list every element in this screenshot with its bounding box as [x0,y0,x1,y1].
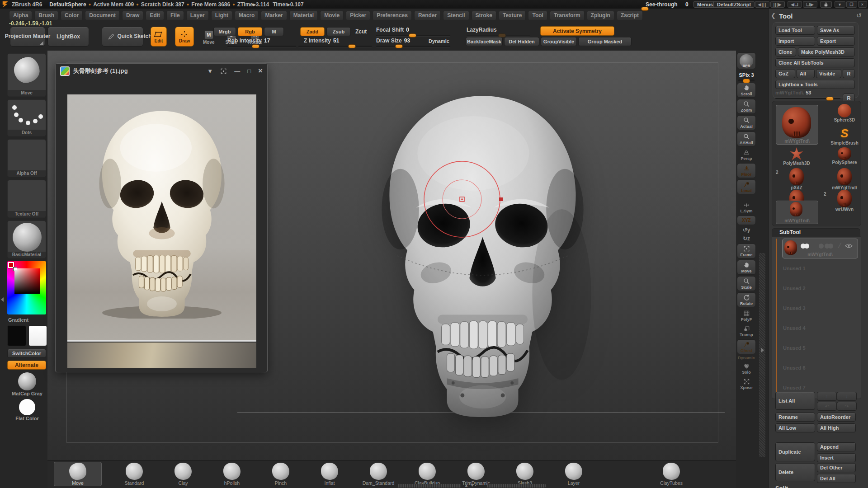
tool-thumb-polymesh3d[interactable]: PolyMesh3D [782,147,811,166]
sculpted-skull-model[interactable] [366,90,599,418]
polypaint-icon[interactable] [801,244,811,249]
z-intensity-handle[interactable] [348,44,356,48]
window-menu-icon[interactable]: ▼ [207,68,213,75]
restore-icon[interactable]: ❐ [846,1,857,8]
group-visible-button[interactable]: GroupVisible [541,37,577,46]
rename-button[interactable]: Rename [775,413,815,422]
draw-size-slider[interactable] [376,46,450,47]
subtool-down-button[interactable]: ↓ [837,392,857,401]
projection-master-button[interactable]: Projection Master [10,27,45,47]
alternate-button[interactable]: Alternate [7,361,46,370]
texture-tile[interactable]: Texture Off [7,180,46,218]
brush-item-standard[interactable]: Standard [111,463,158,486]
goz-visible-button[interactable]: Visible [816,69,841,78]
next-window-icon[interactable]: ❏▶ [803,1,817,8]
autoreorder-button[interactable]: AutoReorder [817,413,856,422]
menu-item[interactable]: Document [85,11,120,20]
close-icon[interactable]: × [858,1,867,8]
alpha-tile[interactable]: Alpha Off [7,139,46,177]
delete-button[interactable]: Delete [775,463,815,481]
subtool-shift-up-button[interactable]: ↶ [817,402,837,411]
del-hidden-button[interactable]: Del Hidden [504,37,539,46]
visibility-eye-icon[interactable] [845,244,853,248]
minimize-icon[interactable]: ▾ [835,1,845,8]
stroke-tile[interactable]: Dots [7,99,46,136]
rgb-intensity-handle[interactable] [252,44,259,48]
clone-all-subtools-button[interactable]: Clone All SubTools [775,58,855,67]
subtool-active-item[interactable]: ⁄ mWYgtTnd\ [782,239,858,258]
scroll-button[interactable]: Scroll [737,83,756,98]
persp-button[interactable]: Persp [737,148,756,162]
spix-track[interactable] [738,80,755,81]
tool-thumb-boxed[interactable]: mWYgtTnd\ [776,201,818,224]
menu-item[interactable]: Light [211,11,232,20]
matcap-gray-item[interactable]: MatCap Gray [7,372,47,396]
aahalf-button[interactable]: AAHalf [737,131,756,146]
menu-item[interactable]: Layer [186,11,209,20]
window-minimize-icon[interactable]: — [234,68,240,75]
color-picker[interactable] [7,261,46,314]
window-close-icon[interactable]: × [258,66,263,75]
menu-item[interactable]: Movie [320,11,344,20]
gradient-label[interactable]: Gradient [7,317,47,323]
menu-item[interactable]: Render [414,11,441,20]
menu-item[interactable]: Preferences [373,11,412,20]
menu-item[interactable]: File [166,11,184,20]
spix-slider[interactable]: SPix 3 [738,70,755,81]
brush-item-inflat[interactable]: Inflat [306,463,353,486]
texture-map-icon[interactable] [825,244,835,249]
solo-button[interactable]: Solo [737,361,756,375]
m-button[interactable]: M [264,27,284,36]
local-button[interactable]: Local [737,179,756,194]
scroll-left-icon[interactable]: ◀||| [755,1,769,8]
menu-item[interactable]: Texture [499,11,526,20]
subtool-unused-row[interactable]: Unused 1 [772,258,861,278]
subtool-unused-row[interactable]: Unused 5 [772,338,861,358]
polyf-button[interactable]: PolyF [737,309,756,323]
subtool-up-button[interactable]: ↑ [817,392,837,401]
lsym-button[interactable]: L.Sym [737,201,756,214]
brush-item-layer[interactable]: Layer [550,463,597,486]
bpr-button[interactable]: BPR [737,52,756,69]
current-brush-tile[interactable]: Move [7,53,46,97]
brush-item-claybuildup[interactable]: ClayBuildup [404,463,451,486]
brush-item-slash3[interactable]: Slash3 [501,463,548,486]
all-high-button[interactable]: All High [817,423,856,432]
xyz-button[interactable]: XYZ [737,216,756,225]
reference-photo[interactable] [67,94,256,340]
brush-item-clay[interactable]: Clay [160,463,207,486]
palette-back-icon[interactable]: ❮ [771,12,776,19]
all-low-button[interactable]: All Low [775,423,815,432]
tool-thumb-simplebrush[interactable]: S SimpleBrush [830,127,859,145]
scroll-right-icon[interactable]: |||▶ [770,1,785,8]
tool-thumb-wruwvn[interactable]: wrUWvn [830,190,859,212]
group-masked-button[interactable]: Group Masked [578,37,632,46]
lightbox-button[interactable]: LightBox [47,27,89,47]
backface-mask-button[interactable]: BackfaceMask [466,37,503,46]
menu-item[interactable]: Stencil [443,11,469,20]
default-zscript-button[interactable]: DefaultZScript [713,1,755,8]
menu-item[interactable]: Draw [122,11,143,20]
frame-button[interactable]: Frame [737,244,756,258]
palette-reset-icon[interactable]: ↺ [856,12,862,19]
edit-button[interactable]: Edit [151,27,167,47]
brush-item-hpolish[interactable]: hPolish [208,463,255,486]
menu-item[interactable]: Tool [528,11,547,20]
duplicate-button[interactable]: Duplicate [775,442,815,461]
menu-item[interactable]: Brush [34,11,58,20]
del-other-button[interactable]: Del Other [817,463,856,472]
menu-item[interactable]: Alpha [9,11,32,20]
fit-view-icon[interactable] [220,68,227,75]
brush-item-trimdynamic[interactable]: TrimDynamic [453,463,500,486]
scale-3d-button[interactable]: Scale [737,276,756,291]
spin-z-button[interactable]: ↻z [737,235,756,242]
active-tool-slider[interactable] [775,98,840,99]
menu-item[interactable]: Picker [346,11,370,20]
active-tool-slider-handle[interactable] [826,97,834,101]
zsub-button[interactable]: Zsub [326,27,351,36]
subtool-header[interactable]: SubTool [772,228,860,236]
tray-scrollbar-left[interactable] [398,484,461,488]
ghost-button[interactable]: Ghost [737,339,756,354]
menu-item[interactable]: Zscript [617,11,643,20]
lazy-radius-slider[interactable] [467,35,530,36]
